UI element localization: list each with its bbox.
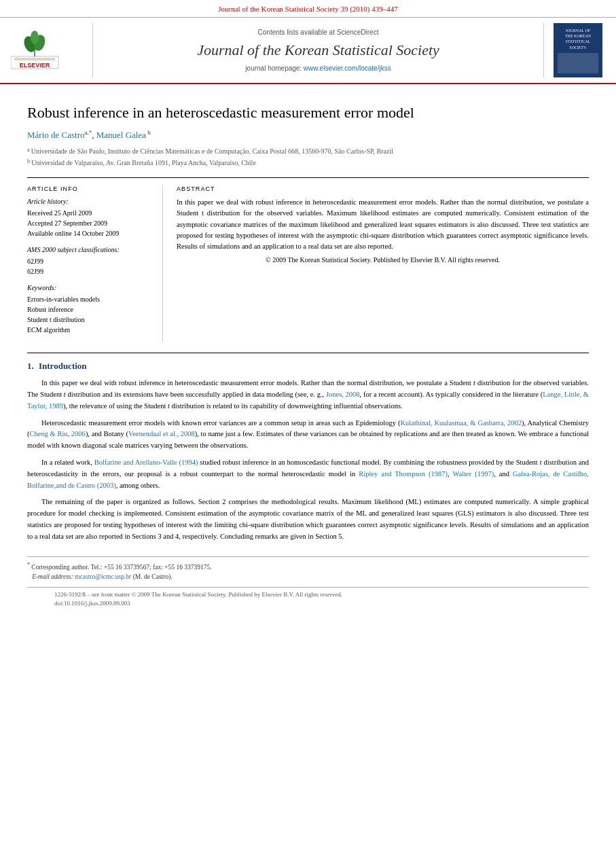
doi-line: doi:10.1016/j.jkss.2009.09.003	[54, 599, 562, 608]
article-info-abstract-section: ARTICLE INFO Article history: Received 2…	[27, 177, 589, 342]
intro-para-4: The remaining of the paper is organized …	[27, 497, 589, 542]
classification-heading: AMS 2000 subject classifications:	[27, 245, 153, 255]
classification-code-1: 62J99	[27, 256, 153, 266]
journal-badge-area: JOURNAL OF THE KOREAN STATISTICAL SOCIET…	[551, 23, 605, 77]
journal-header-center: Contents lists available at ScienceDirec…	[92, 23, 544, 77]
footnotes-area: * Corresponding author. Tel.: +55 16 337…	[27, 556, 589, 582]
classification-block: AMS 2000 subject classifications: 62J99 …	[27, 245, 153, 276]
section-name: Introduction	[39, 361, 87, 371]
bottom-bar: 1226-3192/$ – see front matter © 2009 Th…	[27, 587, 589, 610]
author-sup-1: a,*	[84, 129, 92, 136]
history-line-2: Accepted 27 September 2009	[27, 218, 153, 228]
keyword-1: Errors-in-variables models	[27, 294, 153, 304]
footnote-email: E-mail address: mcastro@icmc.usp.br (M. …	[27, 572, 589, 581]
abstract-copyright: © 2009 The Korean Statistical Society. P…	[177, 255, 589, 266]
abstract-column: ABSTRACT In this paper we deal with robu…	[177, 185, 589, 342]
intro-para-1: In this paper we deal with robust infere…	[27, 378, 589, 412]
article-info-column: ARTICLE INFO Article history: Received 2…	[27, 185, 163, 342]
badge-line-4: SOCIETY	[565, 45, 591, 50]
svg-text:ELSEVIER: ELSEVIER	[20, 62, 50, 69]
journal-header: ELSEVIER Contents lists available at Sci…	[0, 18, 616, 84]
author-name-2: Manuel Galea	[96, 130, 146, 140]
publisher-logo-area: ELSEVIER	[11, 23, 86, 77]
abstract-text: In this paper we deal with robust infere…	[177, 197, 589, 266]
intro-para-2: Heteroscedastic measurement error models…	[27, 418, 589, 452]
article-history-block: Article history: Received 25 April 2009 …	[27, 197, 153, 238]
affiliations: a Universidade de São Paulo, Instituto d…	[27, 146, 589, 168]
journal-homepage: journal homepage: www.elsevier.com/locat…	[245, 64, 391, 73]
abstract-body: In this paper we deal with robust infere…	[177, 197, 589, 252]
article-title: Robust inference in an heteroscedastic m…	[27, 103, 589, 123]
author-sup-2: b	[146, 129, 151, 136]
affiliation-2: b Universidad de Valparaíso, Av. Gran Br…	[27, 158, 589, 168]
history-line-3: Available online 14 October 2009	[27, 228, 153, 238]
keyword-3: Student t distribution	[27, 315, 153, 325]
affiliation-1: a Universidade de São Paulo, Instituto d…	[27, 146, 589, 156]
keyword-2: Robust inference	[27, 304, 153, 315]
keywords-heading: Keywords:	[27, 283, 153, 293]
section-number: 1.	[27, 361, 34, 371]
abstract-heading: ABSTRACT	[177, 185, 589, 194]
main-content: Robust inference in an heteroscedastic m…	[0, 84, 616, 624]
badge-line-3: STATISTICAL	[565, 39, 591, 44]
top-bar: Journal of the Korean Statistical Societ…	[0, 0, 616, 18]
intro-para-3: In a related work, Bolfarine and Arellan…	[27, 457, 589, 491]
article-info-heading: ARTICLE INFO	[27, 185, 153, 194]
svg-point-4	[31, 31, 39, 44]
journal-citation: Journal of the Korean Statistical Societ…	[218, 5, 398, 13]
badge-line-2: THE KOREAN	[565, 33, 591, 39]
journal-title: Journal of the Korean Statistical Societ…	[197, 40, 439, 61]
history-line-1: Received 25 April 2009	[27, 208, 153, 218]
authors: Mário de Castroa,*, Manuel Galea b	[27, 128, 589, 142]
keyword-4: ECM algorithm	[27, 325, 153, 335]
journal-badge: JOURNAL OF THE KOREAN STATISTICAL SOCIET…	[554, 23, 602, 77]
author-email[interactable]: mcastro@icmc.usp.br	[75, 573, 131, 580]
science-direct-line: Contents lists available at ScienceDirec…	[258, 28, 379, 37]
footnote-1-text: Corresponding author. Tel.: +55 16 33739…	[31, 564, 211, 571]
svg-rect-5	[14, 58, 55, 60]
badge-line-1: JOURNAL OF	[565, 28, 591, 33]
elsevier-logo-icon: ELSEVIER	[11, 29, 79, 71]
issn-line: 1226-3192/$ – see front matter © 2009 Th…	[54, 590, 562, 599]
history-heading: Article history:	[27, 197, 153, 207]
footnote-1: * Corresponding author. Tel.: +55 16 337…	[27, 561, 589, 572]
footnote-email-suffix: (M. de Castro).	[133, 573, 173, 580]
classification-code-2: 62J99	[27, 266, 153, 276]
keywords-block: Keywords: Errors-in-variables models Rob…	[27, 283, 153, 335]
introduction-title: 1. Introduction	[27, 360, 589, 372]
author-name-1: Mário de Castro	[27, 130, 84, 140]
homepage-url[interactable]: www.elsevier.com/locate/jkss	[304, 65, 391, 72]
introduction-section: 1. Introduction In this paper we deal wi…	[27, 353, 589, 543]
homepage-label: journal homepage:	[245, 65, 302, 72]
